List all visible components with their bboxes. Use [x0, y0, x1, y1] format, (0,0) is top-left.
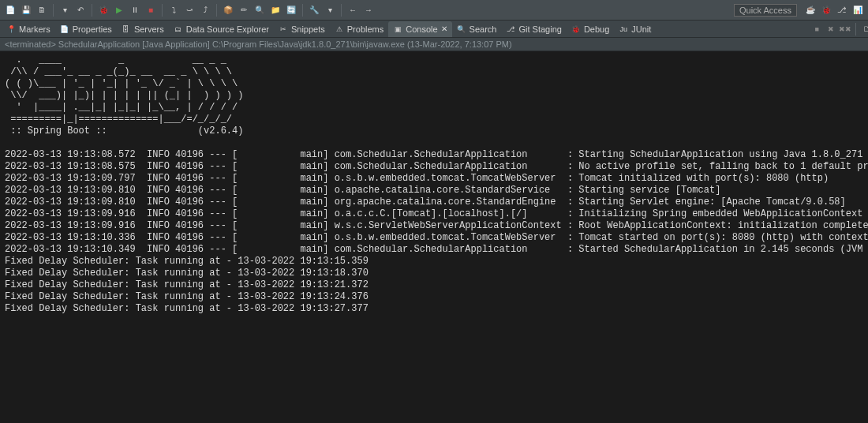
- tab-label: Git Staging: [518, 24, 561, 34]
- console-icon: ▣: [393, 24, 402, 34]
- tab-servers[interactable]: 🗄Servers: [117, 21, 169, 37]
- console-output[interactable]: . ____ _ __ _ _ /\\ / ___'_ __ _ _(_)_ _…: [0, 51, 868, 423]
- folder-icon[interactable]: 📁: [268, 3, 282, 17]
- debug-icon: 🐞: [571, 24, 581, 34]
- separator: [53, 4, 54, 17]
- search-icon[interactable]: 🔍: [253, 3, 267, 17]
- run-icon[interactable]: ▶: [112, 3, 126, 17]
- tab-git-staging[interactable]: ⎇Git Staging: [501, 21, 566, 37]
- tab-label: Search: [470, 24, 497, 34]
- tab-label: Snippets: [291, 24, 325, 34]
- tab-snippets[interactable]: ✂Snippets: [274, 21, 330, 37]
- tab-junit[interactable]: JuJUnit: [614, 21, 656, 37]
- tab-label: Debug: [584, 24, 609, 34]
- sync-icon[interactable]: 🔄: [284, 3, 298, 17]
- close-icon[interactable]: ✕: [441, 24, 447, 33]
- tab-label: Data Source Explorer: [186, 24, 269, 34]
- perspective-java-icon[interactable]: ☕: [803, 3, 817, 17]
- git-staging-icon: ⎇: [506, 24, 515, 34]
- tab-problems[interactable]: ⚠Problems: [330, 21, 388, 37]
- wand-icon[interactable]: ✏: [237, 3, 251, 17]
- tab-markers[interactable]: 📍Markers: [2, 21, 55, 37]
- data-source-explorer-icon: 🗂: [174, 24, 183, 34]
- separator: [341, 4, 342, 17]
- package-icon[interactable]: 📦: [221, 3, 235, 17]
- tab-label: Console: [406, 24, 437, 34]
- view-tabs-row: 📍Markers📄Properties🗄Servers🗂Data Source …: [0, 21, 868, 38]
- back-icon[interactable]: ←: [346, 3, 360, 17]
- properties-icon: 📄: [60, 24, 69, 34]
- tab-label: Markers: [19, 24, 51, 34]
- perspective-debug-icon[interactable]: 🐞: [819, 3, 833, 17]
- perspective-git-icon[interactable]: ⎇: [835, 3, 849, 17]
- console-toolbar: ■ ✖ ✖✖ 🗋 🔒 📌 ▣ ▾ ➕ — ▢: [810, 23, 868, 36]
- tab-debug[interactable]: 🐞Debug: [567, 21, 614, 37]
- save-icon[interactable]: 💾: [19, 3, 33, 17]
- snippets-icon: ✂: [279, 24, 288, 34]
- tab-search[interactable]: 🔍Search: [452, 21, 502, 37]
- pause-icon[interactable]: ⏸: [128, 3, 142, 17]
- perspective-other-icon[interactable]: 📊: [851, 3, 865, 17]
- remove-all-icon[interactable]: ✖✖: [839, 23, 851, 36]
- save-all-icon[interactable]: 🗎: [35, 3, 49, 17]
- console-status-line: <terminated> SchedularApplication [Java …: [0, 38, 868, 51]
- tab-label: Problems: [347, 24, 383, 34]
- step-out-icon[interactable]: ⤴: [198, 3, 212, 17]
- junit-icon: Ju: [619, 24, 628, 34]
- remove-launch-icon[interactable]: ✖: [825, 23, 837, 36]
- separator: [855, 23, 856, 36]
- tab-data-source-explorer[interactable]: 🗂Data Source Explorer: [169, 21, 274, 37]
- tab-properties[interactable]: 📄Properties: [55, 21, 117, 37]
- search-icon: 🔍: [457, 24, 466, 34]
- separator: [162, 4, 163, 17]
- terminate-icon[interactable]: ■: [810, 23, 823, 36]
- tab-label: JUnit: [631, 24, 651, 34]
- separator: [92, 4, 92, 17]
- step-over-icon[interactable]: ⤻: [182, 3, 196, 17]
- separator: [302, 4, 303, 17]
- servers-icon: 🗄: [122, 24, 131, 34]
- main-toolbar: 📄 💾 🗎 ▾ ↶ 🐞 ▶ ⏸ ■ ⤵ ⤻ ⤴ 📦 ✏ 🔍 📁 🔄 🔧 ▾ ← …: [0, 0, 868, 21]
- separator: [216, 4, 217, 17]
- markers-icon: 📍: [6, 24, 16, 34]
- dropdown-icon[interactable]: ▾: [323, 3, 337, 17]
- tab-label: Properties: [73, 24, 112, 34]
- stop-icon[interactable]: ■: [144, 3, 158, 17]
- forward-icon[interactable]: →: [361, 3, 376, 17]
- step-icon[interactable]: ⤵: [166, 3, 181, 17]
- debug-icon[interactable]: 🐞: [96, 3, 110, 17]
- new-icon[interactable]: 📄: [3, 3, 17, 17]
- tool-icon[interactable]: 🔧: [307, 3, 321, 17]
- tab-console[interactable]: ▣Console✕: [388, 21, 451, 37]
- tab-label: Servers: [134, 24, 164, 34]
- clear-console-icon[interactable]: 🗋: [860, 23, 868, 36]
- quick-access-field[interactable]: Quick Access: [734, 4, 797, 17]
- dropdown-icon[interactable]: ▾: [58, 3, 72, 17]
- problems-icon: ⚠: [335, 24, 344, 34]
- undo-icon[interactable]: ↶: [73, 3, 88, 17]
